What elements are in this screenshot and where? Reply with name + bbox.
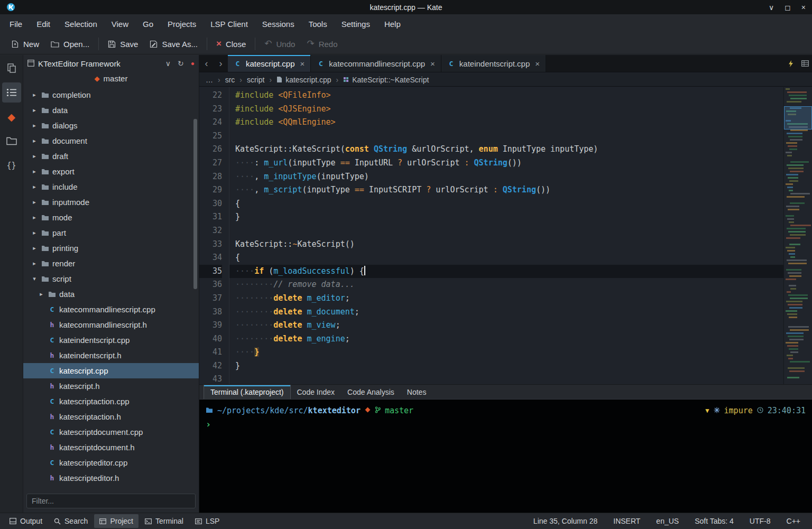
tab-close-icon[interactable]: × bbox=[300, 59, 305, 68]
breadcrumb-item-src[interactable]: src bbox=[225, 76, 235, 84]
dictionary[interactable]: en_US bbox=[656, 517, 679, 525]
tree-file-katescripteditor-cpp[interactable]: Ckatescripteditor.cpp bbox=[23, 455, 199, 470]
project-selector[interactable]: KTextEditor Framework bbox=[38, 59, 121, 68]
window-maximize-button[interactable]: ◻ bbox=[785, 4, 791, 11]
code-line[interactable]: #include <QFileInfo> bbox=[229, 89, 783, 103]
tree-file-katecommandlinescript-h[interactable]: hkatecommandlinescript.h bbox=[23, 317, 199, 332]
close-button[interactable]: × Close bbox=[210, 36, 252, 52]
code-line[interactable]: ····: m_url(inputType == InputURL ? urlO… bbox=[229, 156, 783, 170]
chevron-right-icon[interactable]: ▸ bbox=[31, 183, 38, 190]
breadcrumb-item-katescript-cpp[interactable]: katescript.cpp bbox=[276, 76, 331, 84]
tree-folder-render[interactable]: ▸render bbox=[23, 256, 199, 271]
tree-folder-mode[interactable]: ▸mode bbox=[23, 210, 199, 225]
chevron-right-icon[interactable]: ▸ bbox=[31, 153, 38, 160]
code-line[interactable]: ····, m_script(inputType == InputSCRIPT … bbox=[229, 183, 783, 197]
sidebar-tool-project[interactable] bbox=[2, 82, 21, 103]
syntax-highlighting-mode[interactable]: C++ bbox=[787, 517, 800, 525]
tree-folder-data[interactable]: ▸data bbox=[23, 286, 199, 302]
chevron-right-icon[interactable]: ▸ bbox=[31, 122, 38, 129]
sidebar-tool-filesystem[interactable] bbox=[2, 131, 21, 151]
project-dropdown-icon[interactable]: ∨ bbox=[165, 59, 171, 68]
tree-folder-script[interactable]: ▾script bbox=[23, 271, 199, 286]
tree-file-katescript-cpp[interactable]: Ckatescript.cpp bbox=[23, 363, 199, 378]
chevron-right-icon[interactable]: ▸ bbox=[31, 260, 38, 267]
sidebar-tool-snippets[interactable]: {} bbox=[2, 155, 21, 175]
tree-folder-dialogs[interactable]: ▸dialogs bbox=[23, 118, 199, 133]
code-line[interactable]: ····} bbox=[229, 346, 783, 359]
code-line[interactable]: ········// remove data... bbox=[229, 278, 783, 292]
menu-item-sessions[interactable]: Sessions bbox=[262, 20, 294, 29]
tab-kateindentscript-cpp[interactable]: Ckateindentscript.cpp× bbox=[441, 55, 546, 72]
tree-file-kateindentscript-h[interactable]: hkateindentscript.h bbox=[23, 348, 199, 363]
tree-folder-printing[interactable]: ▸printing bbox=[23, 240, 199, 256]
breadcrumb-item-ellipsis[interactable]: … bbox=[206, 76, 213, 84]
chevron-right-icon[interactable]: ▸ bbox=[31, 91, 38, 98]
tab-mode[interactable]: Soft Tabs: 4 bbox=[695, 517, 734, 525]
new-button[interactable]: New bbox=[5, 36, 45, 52]
statusbar-toggle-project[interactable]: Project bbox=[94, 514, 139, 528]
bottom-tab-notes[interactable]: Notes bbox=[401, 385, 433, 399]
tree-folder-include[interactable]: ▸include bbox=[23, 179, 199, 194]
statusbar-toggle-output[interactable]: Output bbox=[4, 514, 48, 528]
statusbar-toggle-search[interactable]: Search bbox=[49, 514, 93, 528]
chevron-right-icon[interactable]: ▸ bbox=[31, 199, 38, 206]
tree-file-katescriptdocument-h[interactable]: hkatescriptdocument.h bbox=[23, 440, 199, 455]
window-close-button[interactable]: × bbox=[801, 4, 806, 11]
sidebar-tool-git[interactable]: ◆ bbox=[2, 107, 21, 127]
menu-item-selection[interactable]: Selection bbox=[64, 20, 97, 29]
code-line[interactable]: { bbox=[229, 197, 783, 211]
next-document-button[interactable]: › bbox=[214, 55, 228, 72]
chevron-right-icon[interactable]: ▸ bbox=[31, 245, 38, 252]
tree-file-katescripteditor-h[interactable]: hkatescripteditor.h bbox=[23, 470, 199, 486]
open-button[interactable]: Open... bbox=[45, 36, 95, 52]
tab-close-icon[interactable]: × bbox=[430, 59, 435, 68]
encoding[interactable]: UTF-8 bbox=[750, 517, 771, 525]
code-area[interactable]: #include <QFileInfo>#include <QJSEngine>… bbox=[229, 87, 783, 384]
tree-file-katescriptdocument-cpp[interactable]: Ckatescriptdocument.cpp bbox=[23, 424, 199, 440]
chevron-down-icon[interactable]: ▾ bbox=[31, 275, 38, 282]
tree-folder-completion[interactable]: ▸completion bbox=[23, 87, 199, 103]
tab-katescript-cpp[interactable]: Ckatescript.cpp× bbox=[228, 55, 311, 72]
bottom-tab-terminal-kateproject[interactable]: Terminal (.kateproject) bbox=[204, 385, 291, 399]
code-line[interactable] bbox=[229, 129, 783, 143]
tree-folder-part[interactable]: ▸part bbox=[23, 225, 199, 240]
code-line[interactable]: ········delete m_document; bbox=[229, 305, 783, 319]
code-line[interactable]: { bbox=[229, 251, 783, 265]
tree-file-katescriptaction-h[interactable]: hkatescriptaction.h bbox=[23, 409, 199, 424]
code-line[interactable]: ········delete m_view; bbox=[229, 319, 783, 332]
menu-item-lsp-client[interactable]: LSP Client bbox=[210, 20, 248, 29]
refresh-icon[interactable]: ↻ bbox=[178, 59, 184, 68]
bottom-tab-code-index[interactable]: Code Index bbox=[291, 385, 342, 399]
chevron-right-icon[interactable]: ▸ bbox=[31, 168, 38, 175]
statusbar-toggle-terminal[interactable]: Terminal bbox=[140, 514, 189, 528]
bottom-tab-code-analysis[interactable]: Code Analysis bbox=[341, 385, 401, 399]
tree-file-kateindentscript-cpp[interactable]: Ckateindentscript.cpp bbox=[23, 332, 199, 348]
code-line[interactable]: } bbox=[229, 359, 783, 373]
code-line[interactable]: } bbox=[229, 210, 783, 224]
code-line[interactable]: #include <QJSEngine> bbox=[229, 103, 783, 116]
menu-item-go[interactable]: Go bbox=[143, 20, 153, 29]
chevron-right-icon[interactable]: ▸ bbox=[38, 291, 45, 298]
tree-folder-document[interactable]: ▸document bbox=[23, 133, 199, 149]
save-as-button[interactable]: Save As... bbox=[144, 36, 204, 52]
breadcrumb-item-katescript-katescript[interactable]: KateScript::~KateScript bbox=[343, 76, 429, 84]
code-line[interactable]: KateScript::KateScript(const QString &ur… bbox=[229, 143, 783, 156]
minimap-viewport[interactable] bbox=[784, 106, 812, 129]
statusbar-toggle-lsp[interactable]: LSP bbox=[190, 514, 225, 528]
menu-item-settings[interactable]: Settings bbox=[342, 20, 370, 29]
code-line[interactable]: KateScript::~KateScript() bbox=[229, 238, 783, 252]
menu-item-help[interactable]: Help bbox=[384, 20, 401, 29]
menu-item-projects[interactable]: Projects bbox=[168, 20, 196, 29]
document-list-icon[interactable] bbox=[798, 55, 812, 72]
menu-item-tools[interactable]: Tools bbox=[309, 20, 327, 29]
sidebar-tool-documents[interactable] bbox=[2, 58, 21, 78]
git-branch-row[interactable]: ◆ master bbox=[23, 72, 199, 85]
breadcrumb-item-script[interactable]: script bbox=[247, 76, 264, 84]
filter-input[interactable] bbox=[26, 494, 196, 508]
code-line[interactable]: #include <QQmlEngine> bbox=[229, 116, 783, 129]
chevron-right-icon[interactable]: ▸ bbox=[31, 229, 38, 236]
code-line[interactable]: ········delete m_editor; bbox=[229, 292, 783, 305]
tab-katecommandlinescript-cpp[interactable]: Ckatecommandlinescript.cpp× bbox=[311, 55, 441, 72]
code-line[interactable]: ····, m_inputType(inputType) bbox=[229, 170, 783, 184]
menu-item-edit[interactable]: Edit bbox=[36, 20, 50, 29]
